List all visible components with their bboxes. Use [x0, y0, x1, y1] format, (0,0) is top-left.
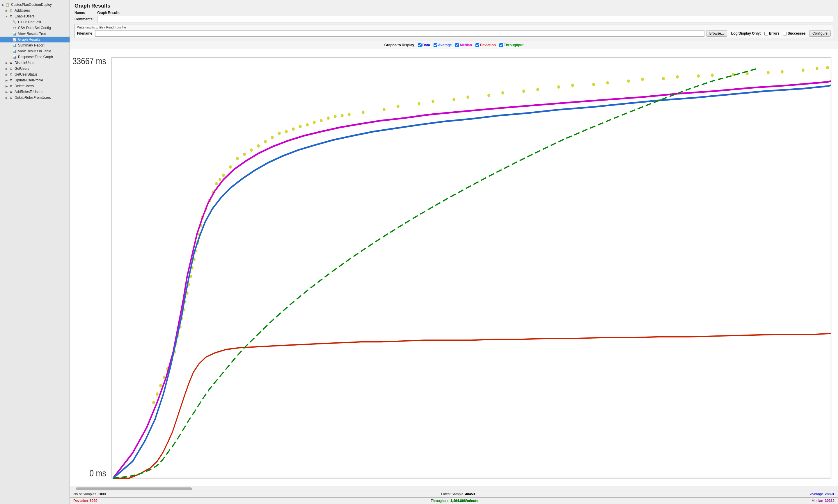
delete-roles-arrow: ▶: [5, 96, 9, 100]
sidebar-item-http-request[interactable]: 🔧HTTP Request: [0, 19, 70, 25]
svg-point-74: [711, 74, 714, 77]
latest-sample-label: Latest Sample: [441, 492, 463, 496]
svg-point-27: [348, 113, 350, 116]
svg-point-40: [802, 69, 805, 72]
samples-stat: No of Samples 1000: [73, 492, 106, 496]
scroll-thumb[interactable]: [76, 487, 192, 490]
average-stat: Average 28891: [810, 492, 835, 496]
median-checkbox-label[interactable]: Median: [455, 43, 472, 47]
no-of-samples-label: No of Samples: [73, 492, 96, 496]
svg-point-66: [431, 100, 434, 103]
svg-point-71: [606, 81, 609, 85]
svg-point-75: [746, 72, 749, 75]
errors-checkbox-label[interactable]: Errors: [764, 31, 780, 35]
svg-text:0 ms: 0 ms: [90, 468, 106, 479]
chart-container: 33667 ms 0 ms: [70, 49, 838, 487]
successes-checkbox-label[interactable]: Successes: [783, 31, 806, 35]
average-checkbox[interactable]: [433, 43, 437, 47]
successes-checkbox[interactable]: [783, 32, 787, 35]
summary-report-icon: 📊: [12, 43, 17, 48]
filename-input[interactable]: [95, 30, 704, 37]
svg-point-73: [676, 75, 679, 79]
sidebar-item-add-users[interactable]: ▶⚙AddUsers: [0, 7, 70, 13]
deviation-label: Deviation: [73, 499, 88, 503]
sidebar-item-graph-results[interactable]: 📈Graph Results: [0, 37, 70, 42]
svg-point-64: [362, 110, 364, 114]
svg-point-41: [156, 392, 158, 396]
sidebar-item-update-user-profile[interactable]: ▶⚙UpdateUserProfile: [0, 77, 70, 83]
add-users-icon: ⚙: [9, 8, 13, 13]
sidebar-item-custos-plan[interactable]: ▶📋CustosPlanCustomDeploy: [0, 2, 70, 7]
add-users-label: AddUsers: [15, 8, 30, 13]
scroll-bar[interactable]: [70, 487, 838, 491]
median-checkbox[interactable]: [455, 43, 459, 47]
sidebar-item-disable-users[interactable]: ▶⚙DisableUsers: [0, 60, 70, 66]
sidebar-item-enable-users[interactable]: ▼⚙EnableUsers: [0, 13, 70, 19]
sidebar-item-delete-roles[interactable]: ▶⚙DeleteRolesFromUsers: [0, 95, 70, 101]
latest-sample-value: 40453: [465, 492, 475, 496]
get-user-status-icon: ⚙: [9, 72, 13, 77]
graphs-display-label: Graphs to Display: [384, 43, 414, 47]
csv-data-label: CSV Data Set Config: [18, 26, 51, 30]
get-users-arrow: ▶: [5, 67, 9, 70]
page-title: Graph Results: [74, 3, 833, 9]
svg-point-70: [571, 84, 574, 87]
write-results-title: Write results to file / Read from file: [77, 25, 831, 29]
svg-point-37: [697, 74, 700, 78]
data-checkbox[interactable]: [418, 43, 422, 47]
svg-point-31: [488, 94, 490, 97]
browse-button[interactable]: Browse...: [706, 30, 727, 37]
svg-point-69: [536, 88, 539, 91]
data-checkbox-label[interactable]: Data: [418, 43, 430, 47]
svg-point-19: [236, 157, 239, 160]
delete-roles-icon: ⚙: [9, 95, 13, 100]
svg-point-35: [627, 79, 630, 83]
sidebar-item-summary-report[interactable]: 📊Summary Report: [0, 42, 70, 48]
add-roles-label: AddRolesToUsers: [15, 90, 42, 94]
svg-point-24: [306, 123, 309, 127]
deviation-checkbox[interactable]: [476, 43, 479, 47]
sidebar-item-delete-users[interactable]: ▶⚙DeleteUsers: [0, 83, 70, 89]
svg-point-58: [271, 136, 274, 139]
add-roles-icon: ⚙: [9, 90, 13, 94]
summary-report-label: Summary Report: [18, 43, 45, 47]
get-user-status-label: GetUserStatus: [15, 72, 37, 76]
response-time-graph-label: Response Time Graph: [18, 55, 53, 59]
sidebar-item-get-users[interactable]: ▶⚙GetUsers: [0, 66, 70, 72]
errors-checkbox[interactable]: [764, 32, 768, 35]
svg-point-78: [826, 66, 829, 70]
filename-label: Filename: [77, 31, 92, 35]
svg-point-23: [292, 127, 295, 131]
sidebar: ▶📋CustosPlanCustomDeploy▶⚙AddUsers▼⚙Enab…: [0, 0, 70, 504]
median-value: 30312: [825, 499, 835, 503]
sidebar-item-csv-data[interactable]: ✂CSV Data Set Config: [0, 25, 70, 31]
delete-users-icon: ⚙: [9, 84, 13, 88]
svg-point-34: [592, 83, 595, 86]
median-stat: Median 30312: [811, 499, 835, 503]
sidebar-item-add-roles[interactable]: ▶⚙AddRolesToUsers: [0, 89, 70, 95]
average-checkbox-label[interactable]: Average: [433, 43, 452, 47]
svg-point-25: [320, 119, 323, 122]
svg-point-55: [229, 165, 232, 168]
configure-button[interactable]: Configure: [809, 30, 831, 37]
svg-rect-3: [112, 57, 831, 478]
deviation-value: 6929: [90, 499, 98, 503]
throughput-checkbox-label[interactable]: Throughput: [499, 43, 524, 47]
svg-point-32: [522, 90, 525, 93]
custos-plan-arrow: ▶: [1, 3, 5, 6]
name-label: Name:: [74, 11, 95, 15]
svg-point-36: [662, 77, 665, 80]
get-user-status-arrow: ▶: [5, 73, 9, 76]
enable-users-icon: ⚙: [9, 14, 13, 19]
average-value: 28891: [825, 492, 835, 496]
sidebar-item-response-time-graph[interactable]: 📊Response Time Graph: [0, 54, 70, 60]
sidebar-item-view-results-tree[interactable]: 📊View Results Tree: [0, 31, 70, 37]
sidebar-item-view-results-table[interactable]: 📊View Results in Table: [0, 48, 70, 54]
deviation-checkbox-label[interactable]: Deviation: [476, 43, 496, 47]
sidebar-item-get-user-status[interactable]: ▶⚙GetUserStatus: [0, 72, 70, 77]
view-results-tree-label: View Results Tree: [18, 32, 46, 36]
throughput-checkbox[interactable]: [499, 43, 503, 47]
svg-point-65: [397, 105, 399, 108]
svg-point-62: [327, 116, 330, 120]
comments-input[interactable]: [97, 16, 833, 22]
